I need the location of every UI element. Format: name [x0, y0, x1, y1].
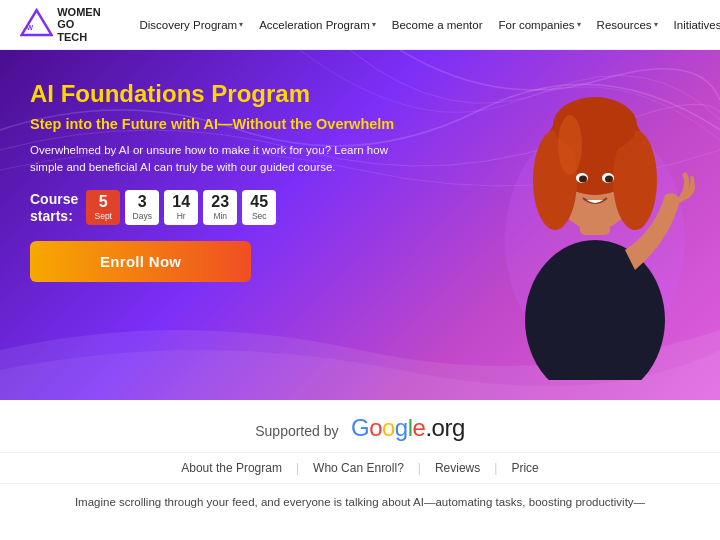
course-starts-label: Coursestarts: [30, 191, 78, 225]
hero-section: AI Foundations Program Step into the Fut… [0, 50, 720, 400]
google-letter-g: G [351, 414, 369, 441]
logo[interactable]: W WOMEN GO TECH [20, 6, 103, 42]
countdown: 5 Sept 3 Days 14 Hr 23 Min 45 Sec [86, 190, 276, 225]
countdown-seconds: 45 Sec [242, 190, 276, 225]
supported-by-section: Supported by Google.org [0, 400, 720, 453]
enroll-button[interactable]: Enroll Now [30, 241, 251, 282]
countdown-date: 5 Sept [86, 190, 120, 225]
supported-label: Supported by [255, 423, 338, 439]
nav-item-initiatives[interactable]: Initiatives ▾ [668, 15, 720, 35]
bottom-description: Imagine scrolling through your feed, and… [0, 483, 720, 521]
chevron-down-icon: ▾ [372, 20, 376, 29]
svg-point-13 [579, 176, 587, 183]
logo-icon: W [20, 7, 53, 43]
course-starts-row: Coursestarts: 5 Sept 3 Days 14 Hr 23 Min [30, 190, 470, 225]
bottom-paragraph: Imagine scrolling through your feed, and… [60, 494, 660, 511]
person-svg [480, 50, 710, 380]
hero-subtitle: Step into the Future with AI—Without the… [30, 115, 470, 134]
nav-item-companies[interactable]: For companies ▾ [493, 15, 587, 35]
nav-item-resources[interactable]: Resources ▾ [591, 15, 664, 35]
sub-nav-about[interactable]: About the Program [167, 461, 296, 475]
sub-navigation: About the Program | Who Can Enroll? | Re… [0, 453, 720, 483]
google-letter-o2: o [382, 414, 395, 441]
countdown-hours: 14 Hr [164, 190, 198, 225]
svg-point-10 [558, 115, 582, 175]
sub-nav-reviews[interactable]: Reviews [421, 461, 494, 475]
nav-item-mentor[interactable]: Become a mentor [386, 15, 489, 35]
chevron-down-icon: ▾ [577, 20, 581, 29]
google-org-brand: Google.org [351, 414, 465, 441]
hero-title: AI Foundations Program [30, 80, 470, 109]
google-letter-o1: o [369, 414, 382, 441]
svg-marker-0 [22, 10, 52, 35]
svg-point-14 [605, 176, 613, 183]
svg-text:W: W [27, 23, 34, 30]
countdown-days: 3 Days [125, 190, 159, 225]
nav-links: Discovery Program ▾ Acceleration Program… [133, 15, 720, 35]
chevron-down-icon: ▾ [239, 20, 243, 29]
nav-item-acceleration[interactable]: Acceleration Program ▾ [253, 15, 382, 35]
sub-nav-who-can-enroll[interactable]: Who Can Enroll? [299, 461, 418, 475]
hero-person-image [480, 50, 710, 380]
google-letter-e: e [413, 414, 426, 441]
logo-text: WOMEN GO TECH [57, 6, 103, 42]
google-org-suffix: org [432, 414, 465, 441]
sub-nav-price[interactable]: Price [497, 461, 552, 475]
sub-nav-links: About the Program | Who Can Enroll? | Re… [20, 461, 700, 475]
chevron-down-icon: ▾ [654, 20, 658, 29]
navbar: W WOMEN GO TECH Discovery Program ▾ Acce… [0, 0, 720, 50]
countdown-minutes: 23 Min [203, 190, 237, 225]
hero-description: Overwhelmed by AI or unsure how to make … [30, 142, 390, 177]
nav-item-discovery[interactable]: Discovery Program ▾ [133, 15, 249, 35]
hero-content: AI Foundations Program Step into the Fut… [30, 80, 470, 282]
google-letter-g2: g [395, 414, 408, 441]
